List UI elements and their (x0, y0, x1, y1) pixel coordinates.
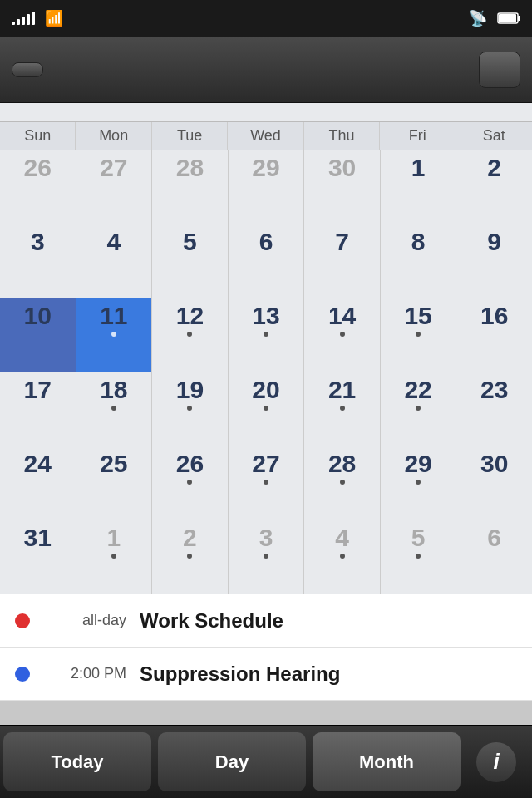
svg-rect-2 (499, 14, 516, 22)
wifi-icon: 📶 (45, 9, 63, 27)
day-number: 22 (404, 377, 431, 402)
calendar-day-17[interactable]: 17 (0, 372, 76, 446)
day-number: 27 (252, 451, 279, 476)
calendar-day-6[interactable]: 6 (229, 224, 304, 298)
day-number: 17 (24, 377, 52, 402)
calendar-day-28-other[interactable]: 28 (152, 150, 228, 224)
calendar-day-29-other[interactable]: 29 (229, 150, 304, 224)
calendar-day-13[interactable]: 13 (229, 298, 304, 372)
events-area: all-dayWork Schedule2:00 PMSuppression H… (0, 594, 532, 701)
status-right: 📡 (469, 9, 520, 27)
day-number: 29 (404, 451, 431, 476)
event-title: Work Schedule (140, 609, 283, 633)
calendar-day-28[interactable]: 28 (304, 446, 380, 520)
calendar-day-19[interactable]: 19 (152, 372, 228, 446)
day-number: 9 (487, 229, 501, 254)
day-number: 3 (259, 525, 273, 550)
day-number: 12 (176, 303, 204, 328)
calendar-day-18[interactable]: 18 (76, 372, 152, 446)
back-button[interactable] (12, 62, 43, 77)
calendar-day-27[interactable]: 27 (229, 446, 304, 520)
calendar-day-1-other[interactable]: 1 (76, 520, 152, 594)
calendar-day-6-other[interactable]: 6 (456, 520, 532, 594)
calendar-day-2[interactable]: 2 (456, 150, 532, 224)
month-header (0, 103, 532, 121)
calendar-day-14[interactable]: 14 (304, 298, 380, 372)
day-number: 25 (100, 451, 127, 476)
event-color-dot (15, 613, 30, 628)
status-left: 📶 (12, 9, 63, 27)
event-row[interactable]: 2:00 PMSuppression Hearing (0, 648, 532, 701)
calendar-day-16[interactable]: 16 (456, 298, 532, 372)
calendar-day-15[interactable]: 15 (381, 298, 456, 372)
event-indicator-dot (187, 480, 192, 485)
calendar-day-3-other[interactable]: 3 (229, 520, 304, 594)
day-number: 7 (335, 229, 349, 254)
calendar-day-20[interactable]: 20 (229, 372, 304, 446)
calendar-day-11[interactable]: 11 (76, 298, 152, 372)
calendar-day-22[interactable]: 22 (381, 372, 456, 446)
event-indicator-dot (264, 406, 268, 411)
calendar-day-5[interactable]: 5 (152, 224, 228, 298)
calendar-day-27-other[interactable]: 27 (76, 150, 152, 224)
day-number: 6 (259, 229, 273, 254)
calendar-day-23[interactable]: 23 (456, 372, 532, 446)
day-number: 26 (24, 155, 52, 180)
event-indicator-dot (340, 480, 345, 485)
calendar-day-10[interactable]: 10 (0, 298, 76, 372)
calendar-day-8[interactable]: 8 (381, 224, 456, 298)
calendar-day-5-other[interactable]: 5 (381, 520, 456, 594)
day-number: 2 (487, 155, 501, 180)
event-indicator-dot (111, 332, 116, 337)
calendar-day-24[interactable]: 24 (0, 446, 76, 520)
day-number: 2 (183, 525, 197, 550)
day-number: 5 (411, 525, 426, 550)
day-number: 10 (24, 303, 52, 328)
day-number: 31 (24, 525, 52, 550)
calendar-day-1[interactable]: 1 (381, 150, 456, 224)
calendar-day-4-other[interactable]: 4 (304, 520, 380, 594)
calendar-day-12[interactable]: 12 (152, 298, 228, 372)
calendar-day-31[interactable]: 31 (0, 520, 76, 594)
calendar-day-7[interactable]: 7 (304, 224, 380, 298)
calendar-day-4[interactable]: 4 (76, 224, 152, 298)
calendar-day-25[interactable]: 25 (76, 446, 152, 520)
add-event-button[interactable] (479, 52, 520, 88)
calendar-day-26[interactable]: 26 (152, 446, 228, 520)
dow-sat: Sat (456, 122, 532, 150)
calendar-day-3[interactable]: 3 (0, 224, 76, 298)
bluetooth-icon: 📡 (469, 9, 487, 27)
event-time: 2:00 PM (43, 665, 126, 682)
event-indicator-dot (187, 554, 192, 559)
day-number: 30 (480, 451, 508, 476)
calendar-day-2-other[interactable]: 2 (152, 520, 228, 594)
event-indicator-dot (264, 554, 268, 559)
dow-wed: Wed (228, 122, 303, 150)
calendar-day-30-other[interactable]: 30 (304, 150, 380, 224)
day-number: 21 (328, 377, 356, 402)
day-number: 8 (411, 229, 426, 254)
tab-today[interactable]: Today (3, 732, 151, 791)
tab-day[interactable]: Day (158, 732, 306, 791)
calendar-day-30[interactable]: 30 (456, 446, 532, 520)
tab-info[interactable]: i (467, 732, 525, 791)
dow-thu: Thu (304, 122, 380, 150)
event-indicator-dot (111, 554, 116, 559)
calendar-day-21[interactable]: 21 (304, 372, 380, 446)
calendar-day-29[interactable]: 29 (381, 446, 456, 520)
dow-mon: Mon (76, 122, 151, 150)
event-indicator-dot (111, 406, 116, 411)
day-number: 18 (100, 377, 127, 402)
day-number: 4 (107, 229, 121, 254)
day-number: 26 (176, 451, 204, 476)
calendar-day-9[interactable]: 9 (456, 224, 532, 298)
signal-bars (12, 12, 35, 25)
info-button[interactable]: i (476, 742, 516, 782)
event-indicator-dot (416, 406, 421, 411)
calendar-day-26-other[interactable]: 26 (0, 150, 76, 224)
tab-month[interactable]: Month (313, 732, 461, 791)
event-indicator-dot (264, 480, 268, 485)
battery-icon (497, 12, 520, 24)
day-number: 24 (24, 451, 52, 476)
event-row[interactable]: all-dayWork Schedule (0, 594, 532, 648)
